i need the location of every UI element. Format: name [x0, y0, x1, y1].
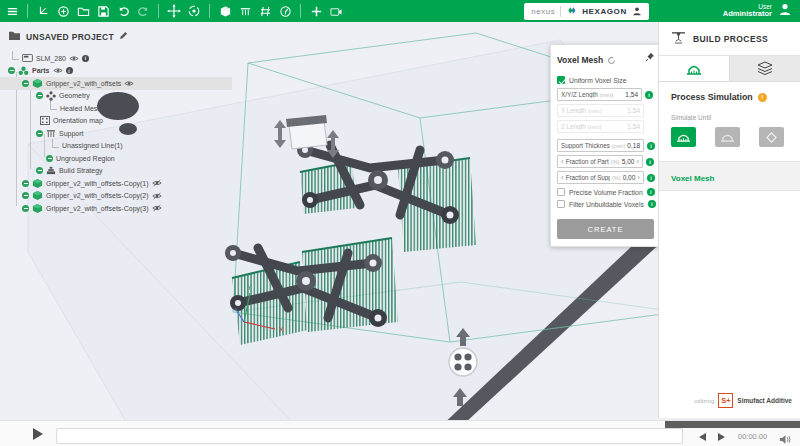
- field-value[interactable]: 0,00: [623, 174, 636, 181]
- tree-expander[interactable]: [22, 80, 29, 87]
- info-icon[interactable]: i: [647, 174, 655, 182]
- part-cube-icon: [32, 190, 43, 201]
- step-back-button[interactable]: [699, 433, 706, 441]
- tree-expander[interactable]: [8, 67, 15, 74]
- tree-expander[interactable]: [46, 155, 53, 162]
- info-icon[interactable]: i: [645, 91, 653, 99]
- tree-expander[interactable]: [22, 180, 29, 187]
- visibility-eye-off-icon[interactable]: [152, 192, 162, 200]
- checkbox-label: Precise Volume Fraction: [569, 189, 643, 196]
- create-button[interactable]: CREATE: [557, 219, 654, 239]
- xyz-length-field[interactable]: X/Y/Z Length (mm) 1,54 i: [557, 88, 653, 101]
- info-icon[interactable]: i: [66, 67, 73, 74]
- info-icon[interactable]: i: [647, 188, 655, 196]
- checkbox-icon[interactable]: [557, 200, 565, 208]
- fraction-of-support-stepper[interactable]: ‹ Fraction of Suppor... (%) 0,00 › i: [557, 171, 653, 184]
- edit-pencil-icon[interactable]: [119, 31, 128, 42]
- tree-item-gripper-copy1[interactable]: Gripper_v2_with_offsets-Copy(1): [0, 177, 240, 190]
- filter-unbuildable-voxels-checkbox[interactable]: Filter Unbuildable Voxels i: [557, 200, 653, 208]
- tree-item-orientation-map[interactable]: Orientation map: [0, 115, 240, 128]
- progress-strip: [665, 421, 800, 428]
- toolbar-divider: [27, 4, 28, 18]
- visibility-eye-icon[interactable]: [124, 80, 134, 87]
- user-menu[interactable]: User Administrator: [723, 2, 792, 20]
- undo-icon[interactable]: [115, 3, 131, 19]
- cube-icon[interactable]: [217, 3, 233, 19]
- seek-bar[interactable]: [56, 428, 683, 444]
- add-icon[interactable]: [308, 3, 324, 19]
- simulate-cutoff-button[interactable]: [759, 127, 784, 147]
- add-circle-icon[interactable]: [55, 3, 71, 19]
- rotate-icon[interactable]: [186, 3, 202, 19]
- info-icon[interactable]: i: [647, 142, 655, 150]
- field-value[interactable]: 0,18: [627, 142, 640, 149]
- redo-icon[interactable]: [135, 3, 151, 19]
- tree-item-gripper-copy2[interactable]: Gripper_v2_with_offsets-Copy(2): [0, 190, 240, 203]
- checkbox-checked-icon[interactable]: [557, 76, 565, 84]
- nexus-hexagon-badge[interactable]: nexus HEXAGON: [524, 3, 649, 20]
- simufact-logo-icon: S+: [718, 393, 733, 408]
- process-simulation-title: Process Simulation: [671, 92, 753, 102]
- checkbox-icon[interactable]: [557, 188, 565, 196]
- field-label: X/Y/Z Length: [561, 91, 598, 98]
- slicing-icon[interactable]: [257, 3, 273, 19]
- speaker-icon[interactable]: [779, 431, 791, 446]
- tree-item-gripper[interactable]: Gripper_v2_with_offsets: [0, 77, 232, 90]
- tree-item-geometry[interactable]: Geometry: [0, 90, 240, 103]
- support-thickness-field[interactable]: Support Thickness (mm) 0,18 i: [557, 139, 653, 152]
- visibility-eye-off-icon[interactable]: [152, 179, 162, 187]
- simulate-cooldown-button[interactable]: [715, 127, 740, 147]
- move-icon[interactable]: [166, 3, 182, 19]
- visibility-eye-off-icon[interactable]: [152, 204, 162, 212]
- pin-icon[interactable]: [645, 48, 655, 66]
- play-button[interactable]: [33, 428, 43, 440]
- tree-item-unassigned-line[interactable]: Unassigned Line(1): [0, 140, 240, 153]
- fraction-of-part-stepper[interactable]: ‹ Fraction of Part (%) 5,00 › i: [557, 155, 653, 168]
- precise-volume-fraction-checkbox[interactable]: Precise Volume Fraction i: [557, 188, 653, 196]
- tab-layers[interactable]: [729, 56, 800, 81]
- step-forward-button[interactable]: [718, 433, 725, 441]
- tree-item-build-strategy[interactable]: Build Strategy: [0, 165, 240, 178]
- info-icon[interactable]: i: [82, 55, 89, 62]
- tree-item-gripper-copy3[interactable]: Gripper_v2_with_offsets-Copy(3): [0, 202, 240, 215]
- tree-expander[interactable]: [36, 92, 43, 99]
- tab-process-simulation[interactable]: [659, 56, 729, 81]
- simulate-build-button[interactable]: [671, 127, 696, 147]
- info-icon[interactable]: i: [646, 158, 654, 166]
- field-value[interactable]: 1,54: [625, 91, 638, 98]
- tree-item-machine[interactable]: SLM_280 i: [0, 52, 240, 65]
- field-label: Z Length: [561, 123, 586, 130]
- tree-item-ungrouped-region[interactable]: Ungrouped Region: [0, 152, 240, 165]
- visibility-eye-icon[interactable]: [53, 67, 63, 74]
- tree-item-label: Support: [59, 130, 84, 137]
- visibility-eye-icon[interactable]: [69, 55, 79, 62]
- stepper-increment[interactable]: ›: [637, 174, 640, 182]
- tree-item-support[interactable]: Support: [0, 127, 240, 140]
- camera-view-icon[interactable]: [328, 3, 344, 19]
- stepper-decrement[interactable]: ‹: [561, 158, 564, 166]
- tree-expander[interactable]: [36, 130, 43, 137]
- stepper-increment[interactable]: ›: [636, 158, 639, 166]
- uniform-voxel-checkbox[interactable]: Uniform Voxel Size: [557, 76, 653, 84]
- axes-icon[interactable]: [35, 3, 51, 19]
- generate-supports-icon[interactable]: [237, 3, 253, 19]
- tree-item-parts[interactable]: Parts i: [0, 65, 240, 78]
- refresh-icon[interactable]: [607, 51, 616, 69]
- account-icon[interactable]: [632, 2, 642, 20]
- tree-item-healed-mesh[interactable]: Healed Mesh: [0, 102, 240, 115]
- tree-expander[interactable]: [22, 192, 29, 199]
- field-label: Support Thickness: [561, 142, 610, 149]
- open-folder-icon[interactable]: [75, 3, 91, 19]
- orientation-icon[interactable]: [277, 3, 293, 19]
- save-icon[interactable]: [95, 3, 111, 19]
- info-icon[interactable]: i: [648, 200, 656, 208]
- menu-icon[interactable]: [4, 3, 20, 19]
- stepper-decrement[interactable]: ‹: [561, 174, 564, 182]
- field-value[interactable]: 5,00: [622, 158, 635, 165]
- tree-expander[interactable]: [22, 205, 29, 212]
- tree-expander[interactable]: [36, 167, 43, 174]
- field-value: 1,54: [627, 123, 640, 130]
- voxel-mesh-section-header[interactable]: Voxel Mesh: [659, 161, 800, 191]
- support-icon: [46, 129, 56, 138]
- laser-printer-icon: [671, 30, 686, 48]
